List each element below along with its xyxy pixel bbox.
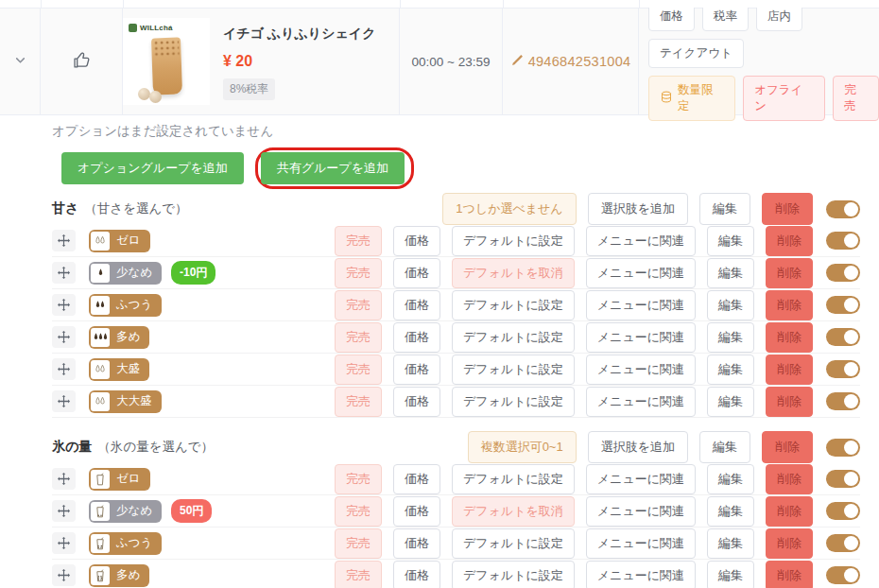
default-button[interactable]: デフォルトに設定: [452, 290, 575, 320]
enable-toggle[interactable]: [826, 296, 860, 314]
option-edit-button[interactable]: 編集: [707, 387, 754, 417]
option-edit-button[interactable]: 編集: [707, 290, 754, 320]
option-edit-button[interactable]: 編集: [707, 355, 754, 385]
option-edit-button[interactable]: 編集: [707, 258, 754, 288]
price-button[interactable]: 価格: [393, 290, 440, 320]
option-edit-button[interactable]: 編集: [707, 561, 754, 588]
drag-handle-icon[interactable]: [52, 468, 76, 490]
add-option-group-button[interactable]: オプショングループを追加: [61, 152, 244, 184]
drag-handle-icon[interactable]: [52, 358, 76, 380]
option-delete-button[interactable]: 削除: [766, 561, 813, 588]
soldout-button[interactable]: 完売: [335, 290, 382, 320]
toggle-knob: [844, 394, 858, 408]
enable-toggle[interactable]: [826, 502, 860, 520]
option-delete-button[interactable]: 削除: [766, 387, 813, 417]
soldout-button[interactable]: 完売: [335, 355, 382, 385]
tag-quantity-limited[interactable]: 数量限定: [648, 76, 735, 121]
tax-rate-badge: 8%税率: [223, 78, 275, 100]
soldout-button[interactable]: 完売: [335, 387, 382, 417]
enable-toggle[interactable]: [826, 200, 860, 218]
relate-menu-button[interactable]: メニューに関連: [586, 290, 696, 320]
group-name: 氷の量: [52, 439, 92, 456]
price-button[interactable]: 価格: [393, 322, 440, 353]
group-edit-button[interactable]: 編集: [699, 193, 750, 225]
default-button[interactable]: デフォルトに設定: [452, 561, 575, 588]
expand-chevron[interactable]: [0, 9, 41, 114]
soldout-button[interactable]: 完売: [335, 561, 382, 588]
default-button[interactable]: デフォルトに設定: [452, 355, 575, 385]
relate-menu-button[interactable]: メニューに関連: [586, 355, 696, 385]
option-delete-button[interactable]: 削除: [766, 464, 813, 494]
recommend-button[interactable]: [41, 9, 123, 114]
option-delete-button[interactable]: 削除: [766, 528, 813, 559]
price-button[interactable]: 価格: [393, 464, 440, 494]
add-choice-button[interactable]: 選択肢を追加: [588, 193, 688, 225]
default-button[interactable]: デフォルトに設定: [452, 226, 575, 256]
relate-menu-button[interactable]: メニューに関連: [586, 322, 696, 353]
enable-toggle[interactable]: [826, 392, 860, 410]
drag-handle-icon[interactable]: [52, 230, 76, 251]
relate-menu-button[interactable]: メニューに関連: [586, 561, 696, 588]
enable-toggle[interactable]: [826, 566, 860, 584]
option-delete-button[interactable]: 削除: [766, 258, 813, 288]
default-button[interactable]: デフォルトを取消: [452, 496, 575, 527]
relate-menu-button[interactable]: メニューに関連: [586, 387, 696, 417]
enable-toggle[interactable]: [826, 439, 860, 457]
tag-takeout[interactable]: テイクアウト: [648, 39, 744, 68]
price-button[interactable]: 価格: [393, 561, 440, 588]
enable-toggle[interactable]: [826, 534, 860, 552]
relate-menu-button[interactable]: メニューに関連: [586, 226, 696, 256]
group-delete-button[interactable]: 削除: [762, 431, 813, 463]
price-button[interactable]: 価格: [393, 355, 440, 385]
group-delete-button[interactable]: 削除: [762, 193, 813, 225]
relate-menu-button[interactable]: メニューに関連: [586, 464, 696, 494]
option-delete-button[interactable]: 削除: [766, 355, 813, 385]
price-button[interactable]: 価格: [393, 226, 440, 256]
enable-toggle[interactable]: [826, 232, 860, 250]
option-delete-button[interactable]: 削除: [766, 226, 813, 256]
relate-menu-button[interactable]: メニューに関連: [586, 528, 696, 559]
default-button[interactable]: デフォルトに設定: [452, 528, 575, 559]
drag-handle-icon[interactable]: [52, 500, 76, 522]
option-delete-button[interactable]: 削除: [766, 322, 813, 353]
default-button[interactable]: デフォルトを取消: [452, 258, 575, 288]
relate-menu-button[interactable]: メニューに関連: [586, 258, 696, 288]
drag-handle-icon[interactable]: [52, 294, 76, 316]
soldout-button[interactable]: 完売: [335, 528, 382, 559]
soldout-button[interactable]: 完売: [335, 464, 382, 494]
option-edit-button[interactable]: 編集: [707, 464, 754, 494]
option-delete-button[interactable]: 削除: [766, 496, 813, 527]
drag-handle-icon[interactable]: [52, 532, 76, 554]
enable-toggle[interactable]: [826, 360, 860, 378]
price-button[interactable]: 価格: [393, 528, 440, 559]
drag-handle-icon[interactable]: [52, 262, 76, 284]
option-delete-button[interactable]: 削除: [766, 290, 813, 320]
group-edit-button[interactable]: 編集: [699, 431, 750, 463]
enable-toggle[interactable]: [826, 470, 860, 488]
enable-toggle[interactable]: [826, 264, 860, 282]
option-edit-button[interactable]: 編集: [707, 322, 754, 353]
barcode-field[interactable]: 4946842531004: [510, 54, 631, 70]
relate-menu-button[interactable]: メニューに関連: [586, 496, 696, 527]
default-button[interactable]: デフォルトに設定: [452, 464, 575, 494]
add-choice-button[interactable]: 選択肢を追加: [588, 431, 688, 463]
soldout-button[interactable]: 完売: [335, 496, 382, 527]
tag-offline[interactable]: オフライン: [743, 76, 825, 121]
soldout-button[interactable]: 完売: [335, 322, 382, 353]
option-edit-button[interactable]: 編集: [707, 528, 754, 559]
drag-handle-icon[interactable]: [52, 564, 76, 586]
option-edit-button[interactable]: 編集: [707, 496, 754, 527]
tag-soldout[interactable]: 完売: [833, 76, 879, 121]
default-button[interactable]: デフォルトに設定: [452, 387, 575, 417]
price-button[interactable]: 価格: [393, 387, 440, 417]
price-button[interactable]: 価格: [393, 496, 440, 527]
add-shared-group-button[interactable]: 共有グループを追加: [261, 152, 405, 184]
enable-toggle[interactable]: [826, 328, 860, 346]
option-edit-button[interactable]: 編集: [707, 226, 754, 256]
default-button[interactable]: デフォルトに設定: [452, 322, 575, 353]
price-button[interactable]: 価格: [393, 258, 440, 288]
soldout-button[interactable]: 完売: [335, 258, 382, 288]
drag-handle-icon[interactable]: [52, 326, 76, 348]
soldout-button[interactable]: 完売: [335, 226, 382, 256]
drag-handle-icon[interactable]: [52, 390, 76, 412]
